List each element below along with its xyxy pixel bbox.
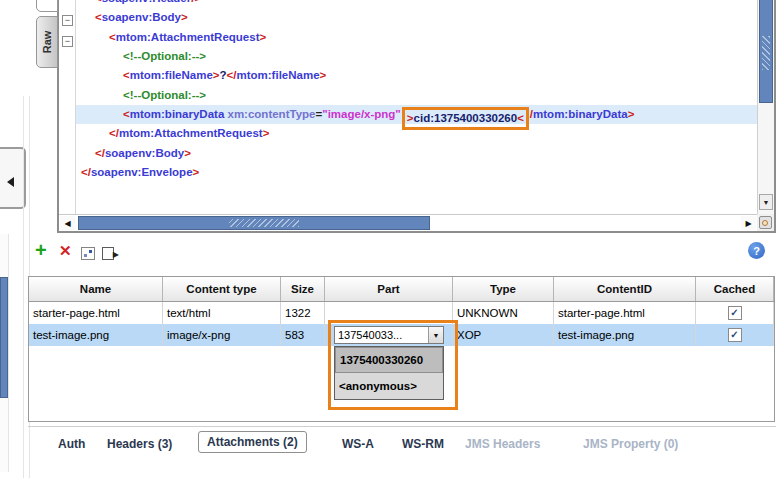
- xml-token: >: [193, 166, 200, 178]
- bottom-tab-jms-property-0: JMS Property (0): [583, 437, 678, 451]
- xml-token: cid:1375400330260: [414, 112, 518, 124]
- image-icon[interactable]: [81, 247, 95, 260]
- editor-corner-widget[interactable]: [757, 214, 774, 231]
- cell-content_type: text/html: [163, 302, 281, 324]
- xml-token: <: [123, 108, 130, 120]
- attachments-table-header: NameContent typeSizePartTypeContentIDCac…: [29, 277, 774, 302]
- table-row[interactable]: starter-page.htmltext/html1322UNKNOWNsta…: [29, 302, 774, 324]
- bottom-tab-auth[interactable]: Auth: [58, 437, 85, 451]
- xml-token: ?: [220, 69, 227, 81]
- xml-token: <: [95, 11, 102, 23]
- column-header-type[interactable]: Type: [453, 277, 554, 301]
- xml-line: </soapenv:Envelope>: [76, 163, 757, 182]
- xml-line: </soapenv:Body>: [76, 144, 757, 163]
- cell-cached: ✓: [696, 302, 774, 324]
- cell-name: test-image.png: [29, 324, 163, 346]
- part-dropdown-option[interactable]: 1375400330260: [335, 347, 443, 373]
- tab-raw[interactable]: Raw: [36, 16, 58, 68]
- xml-line: <mtom:fileName>?</mtom:fileName>: [76, 66, 757, 85]
- bottom-tab-ws-rm[interactable]: WS-RM: [402, 437, 444, 451]
- chevron-down-icon: ▼: [433, 332, 440, 339]
- scroll-right-button[interactable]: ▶: [741, 216, 756, 230]
- column-header-content_type[interactable]: Content type: [163, 277, 281, 301]
- xml-token: xm:contentType: [228, 108, 316, 120]
- cropped-panel-scrollbar-thumb[interactable]: [0, 277, 8, 398]
- cell-content_type: image/x-png: [163, 324, 281, 346]
- vertical-scrollbar-thumb[interactable]: [759, 0, 773, 103]
- part-dropdown-option[interactable]: <anonymous>: [335, 373, 443, 399]
- xml-token: />: [191, 0, 201, 4]
- scroll-down-button[interactable]: ▼: [759, 194, 773, 210]
- xml-token: soapenv:Body: [105, 147, 184, 159]
- editor-horizontal-scrollbar[interactable]: ◀ ▶: [59, 214, 757, 231]
- export-attachment-icon[interactable]: ▶: [102, 247, 114, 260]
- cached-checkbox[interactable]: ✓: [728, 306, 742, 320]
- cell-type: UNKNOWN: [453, 302, 554, 324]
- bottom-tab-attachments-2[interactable]: Attachments (2): [198, 431, 307, 453]
- help-icon[interactable]: ?: [748, 242, 765, 259]
- xml-line: <soapenv:Body>: [76, 8, 757, 27]
- tab-xml[interactable]: XML: [36, 0, 58, 12]
- xml-token: mtom:binaryData: [130, 108, 225, 120]
- cell-content_id: test-image.png: [554, 324, 696, 346]
- editor-fold-gutter: − −: [59, 0, 76, 214]
- xml-line: </mtom:AttachmentRequest>: [76, 124, 757, 143]
- xml-line: <mtom:binaryData xm:contentType="image/x…: [76, 105, 757, 124]
- xml-token: soapenv:Envelope: [91, 166, 193, 178]
- xml-line: <!--Optional:-->: [76, 86, 757, 105]
- delete-attachment-button[interactable]: ✕: [59, 243, 72, 259]
- editor-corner-icon: [759, 216, 772, 229]
- xml-token: >: [628, 108, 635, 120]
- cell-name: starter-page.html: [29, 302, 163, 324]
- cell-size: 583: [281, 324, 325, 346]
- part-dropdown[interactable]: 137540033... ▼: [334, 326, 444, 344]
- xml-token: >: [259, 31, 266, 43]
- xml-token: </: [81, 166, 91, 178]
- editor-vertical-scrollbar[interactable]: ▼: [757, 0, 774, 214]
- xml-content[interactable]: <soapenv:Header/><soapenv:Body><mtom:Att…: [76, 0, 757, 214]
- tab-raw-label: Raw: [41, 31, 53, 54]
- column-header-part[interactable]: Part: [325, 277, 453, 301]
- xml-token: <: [95, 0, 102, 4]
- scroll-left-arrow-icon[interactable]: [2, 177, 14, 187]
- xml-editor[interactable]: − − <soapenv:Header/><soapenv:Body><mtom…: [57, 0, 776, 233]
- xml-token: soapenv:Header: [102, 0, 191, 4]
- cell-type: XOP: [453, 324, 554, 346]
- column-header-content_id[interactable]: ContentID: [554, 277, 696, 301]
- panel-divider-line: [23, 96, 24, 478]
- xml-token: mtom:fileName: [236, 69, 319, 81]
- chevron-down-icon: ▼: [763, 199, 770, 206]
- xml-token: "image/x-png": [322, 108, 401, 120]
- bottom-tab-ws-a[interactable]: WS-A: [342, 437, 374, 451]
- part-dropdown-button[interactable]: ▼: [428, 327, 443, 343]
- xml-token: >: [184, 147, 191, 159]
- column-header-size[interactable]: Size: [281, 277, 325, 301]
- scroll-left-button[interactable]: ◀: [60, 216, 75, 230]
- chevron-left-icon: ◀: [64, 219, 70, 228]
- xml-token: <: [123, 69, 130, 81]
- bottom-tab-headers-3[interactable]: Headers (3): [107, 437, 172, 451]
- cached-checkbox[interactable]: ✓: [728, 328, 742, 342]
- part-dropdown-popup: 1375400330260<anonymous>: [334, 346, 444, 400]
- xml-token: mtom:binaryData: [533, 108, 628, 120]
- xml-token: >: [320, 69, 327, 81]
- horizontal-scrollbar-thumb[interactable]: [78, 216, 430, 230]
- column-header-cached[interactable]: Cached: [696, 277, 774, 301]
- fold-collapse-icon[interactable]: −: [62, 36, 73, 47]
- add-attachment-button[interactable]: +: [35, 239, 47, 261]
- xml-token: <!--Optional:-->: [123, 89, 206, 101]
- column-header-name[interactable]: Name: [29, 277, 163, 301]
- xml-token: >: [213, 69, 220, 81]
- xml-token: </: [95, 147, 105, 159]
- cell-content_id: starter-page.html: [554, 302, 696, 324]
- xml-token: </: [109, 127, 119, 139]
- xml-line: <!--Optional:-->: [76, 47, 757, 66]
- part-dropdown-value: 137540033...: [335, 329, 428, 341]
- cell-cached: ✓: [696, 324, 774, 346]
- xml-token: <: [109, 31, 116, 43]
- xml-token: mtom:fileName: [130, 69, 213, 81]
- export-arrow-icon: ▶: [113, 250, 119, 259]
- xml-token: >: [263, 127, 270, 139]
- xml-token: >: [407, 112, 414, 124]
- fold-collapse-icon[interactable]: −: [62, 15, 73, 26]
